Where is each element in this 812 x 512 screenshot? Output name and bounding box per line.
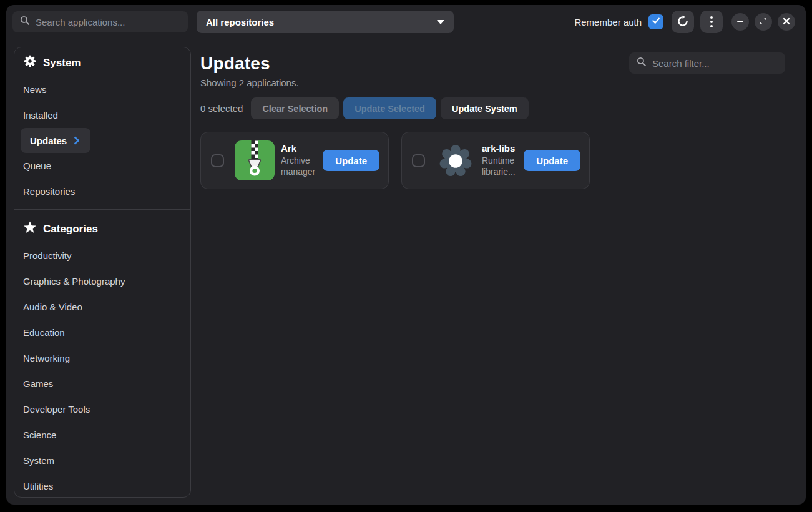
sidebar-categories-title: Categories <box>43 223 98 235</box>
main-content: Updates Showing 2 applications. 0 select… <box>191 39 806 504</box>
app-select-checkbox[interactable] <box>211 154 224 167</box>
sidebar-category-utilities[interactable]: Utilities <box>14 473 190 498</box>
sidebar-item-news[interactable]: News <box>14 77 190 102</box>
app-card-text: Ark Archive manager <box>281 143 323 178</box>
page-subtitle: Showing 2 applications. <box>200 77 806 88</box>
minimize-button[interactable] <box>731 13 749 31</box>
filter-input[interactable] <box>629 52 785 74</box>
app-name: Ark <box>281 143 323 154</box>
sidebar-category-system[interactable]: System <box>14 448 190 473</box>
clear-selection-button[interactable]: Clear Selection <box>251 97 339 119</box>
update-selected-button[interactable]: Update Selected <box>343 97 436 119</box>
app-card-ark: Ark Archive manager Update <box>200 132 389 189</box>
header-bar: All repositories Remember auth <box>6 5 806 39</box>
sidebar-item-label: Repositories <box>23 186 75 197</box>
search-icon <box>637 57 647 69</box>
selection-toolbar: 0 selected Clear Selection Update Select… <box>200 97 806 119</box>
sidebar-item-label: System <box>23 455 54 466</box>
filter-field[interactable] <box>652 58 778 69</box>
sidebar-system-header: System <box>14 49 190 77</box>
close-icon <box>783 17 790 27</box>
sidebar-category-networking[interactable]: Networking <box>14 345 190 371</box>
sidebar-system-title: System <box>43 57 81 69</box>
sidebar-item-label: Graphics & Photography <box>23 276 125 287</box>
update-button[interactable]: Update <box>524 150 580 171</box>
checkmark-icon <box>651 16 661 28</box>
sidebar-item-label: Updates <box>30 135 67 146</box>
close-button[interactable] <box>778 13 795 31</box>
sidebar-item-label: Utilities <box>23 481 53 491</box>
app-name: ark-libs <box>482 143 524 154</box>
menu-button[interactable] <box>700 11 723 33</box>
sidebar-item-installed[interactable]: Installed <box>14 102 190 128</box>
sidebar-item-label: Audio & Video <box>23 302 82 312</box>
sidebar-system-list: NewsInstalledUpdates QueueRepositories <box>14 77 190 204</box>
sidebar-category-productivity[interactable]: Productivity <box>14 243 190 268</box>
sidebar-category-developer-tools[interactable]: Developer Tools <box>14 396 190 422</box>
ark-archive-icon <box>235 140 275 180</box>
gear-icon <box>23 54 37 71</box>
refresh-icon <box>677 15 689 29</box>
chevron-right-icon <box>72 136 81 145</box>
sidebar-item-label: Queue <box>23 160 51 171</box>
search-icon <box>20 16 30 28</box>
sidebar-category-list: ProductivityGraphics & PhotographyAudio … <box>14 243 190 498</box>
kebab-menu-icon <box>710 16 713 27</box>
sidebar-divider <box>14 209 190 210</box>
sidebar-categories-header: Categories <box>14 215 190 243</box>
minimize-icon <box>737 21 743 23</box>
sidebar: System NewsInstalledUpdates QueueReposit… <box>14 47 191 498</box>
header-actions: Remember auth <box>574 11 795 33</box>
sidebar-category-education[interactable]: Education <box>14 320 190 345</box>
selection-status: 0 selected <box>200 103 243 114</box>
sidebar-item-repositories[interactable]: Repositories <box>14 179 190 204</box>
maximize-icon <box>759 17 768 27</box>
sidebar-item-label: Productivity <box>23 250 72 261</box>
sidebar-category-games[interactable]: Games <box>14 371 190 396</box>
repository-dropdown[interactable]: All repositories <box>197 11 454 33</box>
sidebar-item-label: Developer Tools <box>23 404 90 415</box>
search-applications-input[interactable] <box>12 11 188 32</box>
search-applications-field[interactable] <box>36 17 180 27</box>
app-description: Archive manager <box>281 155 323 178</box>
app-card-ark-libs: ark-libs Runtime librarie... Update <box>401 132 590 189</box>
sidebar-item-label: Education <box>23 327 65 338</box>
sidebar-category-audio-video[interactable]: Audio & Video <box>14 294 190 320</box>
app-card-list: Ark Archive manager Update ark-libs Runt… <box>200 132 806 189</box>
sidebar-item-label: Science <box>23 430 56 440</box>
remember-auth-label: Remember auth <box>574 17 642 27</box>
repository-dropdown-label: All repositories <box>206 17 274 27</box>
app-window: All repositories Remember auth <box>6 5 806 505</box>
chevron-down-icon <box>437 20 444 24</box>
sidebar-item-label: News <box>23 84 47 95</box>
runtime-gear-icon <box>436 140 476 180</box>
sidebar-item-label: Installed <box>23 110 58 121</box>
app-select-checkbox[interactable] <box>412 154 425 167</box>
update-system-button[interactable]: Update System <box>441 97 529 119</box>
remember-auth-checkbox[interactable] <box>648 14 663 29</box>
refresh-button[interactable] <box>672 11 694 33</box>
sidebar-item-updates[interactable]: Updates <box>21 128 90 153</box>
star-icon <box>23 220 37 237</box>
sidebar-category-science[interactable]: Science <box>14 422 190 448</box>
update-button[interactable]: Update <box>323 150 379 171</box>
sidebar-item-queue[interactable]: Queue <box>14 153 190 179</box>
maximize-button[interactable] <box>755 13 772 31</box>
app-description: Runtime librarie... <box>482 155 524 178</box>
sidebar-category-graphics-photography[interactable]: Graphics & Photography <box>14 268 190 294</box>
sidebar-item-label: Games <box>23 378 53 389</box>
sidebar-item-label: Networking <box>23 353 70 363</box>
app-card-text: ark-libs Runtime librarie... <box>482 143 524 178</box>
